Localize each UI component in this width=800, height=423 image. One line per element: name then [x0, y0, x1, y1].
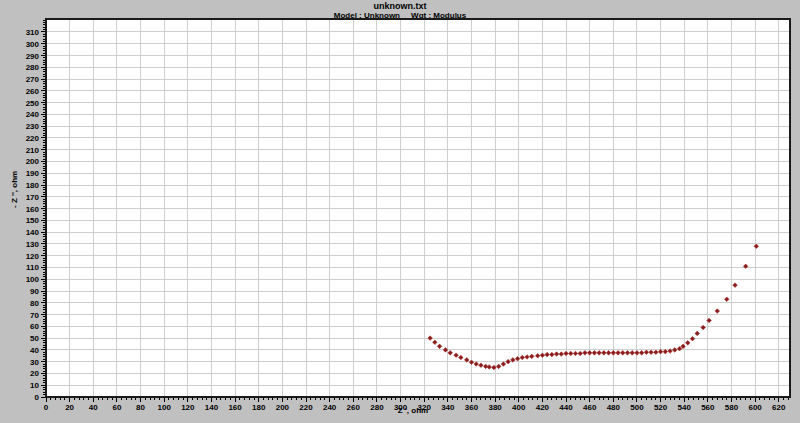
- x-tick-label: 120: [181, 403, 195, 412]
- x-tick-label: 580: [725, 403, 739, 412]
- y-tick-label: 200: [26, 157, 40, 166]
- x-tick-label: 100: [158, 403, 172, 412]
- y-tick-label: 220: [26, 134, 40, 143]
- y-tick-label: 290: [26, 52, 40, 61]
- nyquist-plot: 0204060801001201401601802002202402602803…: [0, 0, 800, 423]
- y-tick-label: 170: [26, 193, 40, 202]
- y-tick-label: 140: [26, 228, 40, 237]
- x-tick-label: 480: [607, 403, 621, 412]
- x-tick-label: 60: [112, 403, 121, 412]
- x-tick-label: 400: [512, 403, 526, 412]
- y-tick-label: 180: [26, 181, 40, 190]
- y-tick-label: 240: [26, 110, 40, 119]
- x-tick-label: 380: [488, 403, 502, 412]
- y-tick-label: 20: [30, 369, 39, 378]
- x-tick-label: 240: [323, 403, 337, 412]
- x-tick-label: 600: [748, 403, 762, 412]
- x-tick-label: 80: [136, 403, 145, 412]
- y-tick-label: 100: [26, 275, 40, 284]
- y-tick-label: 210: [26, 146, 40, 155]
- x-tick-label: 540: [678, 403, 692, 412]
- x-tick-label: 520: [654, 403, 668, 412]
- y-tick-label: 40: [30, 346, 39, 355]
- x-tick-label: 440: [559, 403, 573, 412]
- y-tick-label: 130: [26, 240, 40, 249]
- y-tick-label: 50: [30, 334, 39, 343]
- x-tick-label: 420: [536, 403, 550, 412]
- y-tick-label: 250: [26, 99, 40, 108]
- y-tick-label: 0: [35, 393, 40, 402]
- x-tick-label: 160: [228, 403, 242, 412]
- y-tick-label: 10: [30, 381, 39, 390]
- y-tick-label: 190: [26, 169, 40, 178]
- x-tick-label: 200: [276, 403, 290, 412]
- x-axis-label: Z ', ohm: [398, 406, 428, 415]
- plot-canvas: 0204060801001201401601802002202402602803…: [0, 0, 800, 423]
- x-tick-label: 560: [701, 403, 715, 412]
- y-tick-label: 120: [26, 252, 40, 261]
- x-tick-label: 460: [583, 403, 597, 412]
- y-tick-label: 150: [26, 216, 40, 225]
- plot-area: [46, 19, 790, 397]
- x-tick-label: 0: [44, 403, 49, 412]
- y-tick-label: 260: [26, 87, 40, 96]
- x-tick-label: 40: [89, 403, 98, 412]
- y-tick-label: 110: [26, 263, 39, 272]
- y-tick-label: 160: [26, 205, 40, 214]
- y-tick-label: 90: [30, 287, 39, 296]
- x-tick-label: 220: [299, 403, 313, 412]
- x-tick-label: 620: [772, 403, 786, 412]
- x-tick-label: 140: [205, 403, 219, 412]
- y-tick-label: 30: [30, 358, 39, 367]
- y-tick-label: 60: [30, 322, 39, 331]
- y-tick-label: 80: [30, 299, 39, 308]
- y-tick-label: 280: [26, 63, 40, 72]
- x-tick-label: 360: [465, 403, 479, 412]
- y-tick-label: 70: [30, 311, 39, 320]
- y-tick-label: 230: [26, 122, 40, 131]
- x-tick-label: 500: [630, 403, 644, 412]
- y-tick-label: 300: [26, 40, 40, 49]
- x-tick-label: 280: [370, 403, 384, 412]
- x-tick-label: 180: [252, 403, 266, 412]
- x-tick-label: 340: [441, 403, 455, 412]
- x-tick-label: 20: [65, 403, 74, 412]
- x-tick-label: 260: [347, 403, 361, 412]
- y-tick-label: 270: [26, 75, 40, 84]
- y-tick-label: 310: [26, 28, 40, 37]
